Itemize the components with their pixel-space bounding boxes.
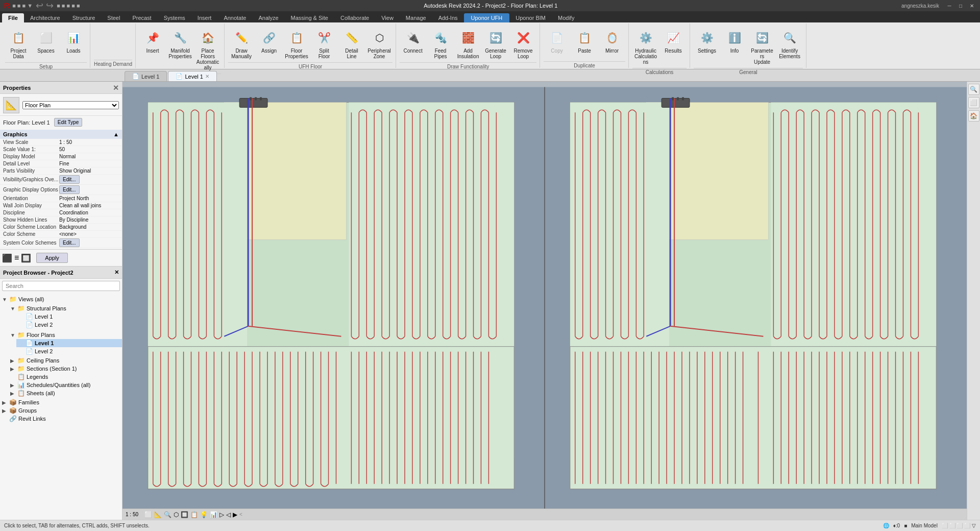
canvas-area[interactable]: 1 : 50 ⬜ 📐 🔍 ⬡ 🔲 📋 💡 📊 ▷ ◁ ▶ < [122,82,967,520]
ribbon-group-duplicate: 📄 Copy 📋 Paste 🪞 Mirror Duplicate [541,23,629,68]
properties-close-btn[interactable]: ✕ [113,84,119,92]
ribbon-tab-file[interactable]: File [2,13,24,22]
ribbon-tab-uponor-bim[interactable]: Uponor BIM [509,13,552,22]
edit-type-button[interactable]: Edit Type [54,118,83,127]
feed-pipes-button[interactable]: 🔩 FeedPipes [427,27,454,61]
minimize-btn[interactable]: ─ [945,2,953,10]
filter-icon[interactable]: ≡ [14,253,19,262]
canvas-tool-3[interactable]: 🔍 [164,511,172,518]
tree-row-groups[interactable]: ▶ 📦 Groups [0,406,122,415]
copy-button[interactable]: 📄 Copy [544,27,570,60]
win-controls: ─ □ ✕ [945,2,976,10]
tree-row-floor-level2[interactable]: 📄 Level 2 [16,347,122,355]
browser-search-input[interactable] [2,281,120,291]
draw-manually-button[interactable]: ✏️ DrawManually [228,27,255,61]
settings-small-icon[interactable]: 🔲 [21,253,31,263]
project-data-button[interactable]: 📋 ProjectData [5,27,32,61]
apply-button[interactable]: Apply [36,253,68,263]
status-icon-1[interactable]: ■ [904,523,907,528]
tree-row-floor-plans[interactable]: ▼ 📁 Floor Plans [8,331,122,339]
ribbon-tab-analyze[interactable]: Analyze [252,13,284,22]
insert-button[interactable]: 📌 Insert [139,27,166,60]
canvas-collapse-btn[interactable]: < [239,512,242,517]
canvas-tool-2[interactable]: 📐 [154,511,162,518]
view-3d-btn[interactable]: 🏠 [968,110,979,122]
generate-loop-button[interactable]: 🔄 GenerateLoop [482,27,509,61]
doc-tab-level1-first[interactable]: 📄 Level 1 [125,71,167,81]
manifold-properties-button[interactable]: 🔧 ManifoldProperties [167,27,193,61]
ribbon-tab-uponor-ufh[interactable]: Uponor UFH [464,13,510,22]
doc-tab-level1-active[interactable]: 📄 Level 1 ✕ [168,71,216,81]
ribbon-tab-precast[interactable]: Precast [126,13,157,22]
ribbon-tab-addins[interactable]: Add-Ins [432,13,464,22]
info-button[interactable]: ℹ️ Info [721,27,748,60]
ribbon-tab-insert[interactable]: Insert [191,13,218,22]
place-floors-automatically-button[interactable]: 🏠 Place FloorsAutomatically [194,27,221,73]
canvas-tool-5[interactable]: 🔲 [181,511,188,518]
ribbon-tab-collaborate[interactable]: Collaborate [334,13,375,22]
tree-row-sections[interactable]: ▶ 📁 Sections (Section 1) [8,365,122,373]
close-btn[interactable]: ✕ [968,2,976,10]
mirror-button[interactable]: 🪞 Mirror [599,27,625,60]
ribbon-tab-structure[interactable]: Structure [66,13,102,22]
tree-row-struct-level2[interactable]: 📄 Level 2 [16,321,122,329]
tree-row-legends[interactable]: 📋 Legends [8,373,122,381]
add-insulation-button[interactable]: 🧱 AddInsulation [455,27,481,61]
doc-tab-close[interactable]: ✕ [205,74,209,79]
ribbon-tab-massing[interactable]: Massing & Site [285,13,334,22]
ribbon-tab-architecture[interactable]: Architecture [24,13,66,22]
canvas-tool-7[interactable]: 💡 [200,511,208,518]
graphics-section-header[interactable]: Graphics ▲ [0,130,122,139]
identify-elements-button[interactable]: 🔍 IdentifyElements [776,27,803,61]
tree-row-structural-plans[interactable]: ▼ 📁 Structural Plans [8,304,122,312]
remove-loop-button[interactable]: ❌ RemoveLoop [510,27,536,61]
tree-row-views[interactable]: ▼ 📁 Views (all) [0,295,122,303]
ribbon-tab-systems[interactable]: Systems [158,13,191,22]
peripheral-zone-button[interactable]: ⬡ PeripheralZone [366,27,393,61]
hydraulic-calculations-button[interactable]: ⚙️ HydraulicCalculations [632,27,659,67]
svg-rect-10 [260,97,262,100]
split-floor-button[interactable]: ✂️ SplitFloor [311,27,337,61]
ribbon-tab-annotate[interactable]: Annotate [217,13,252,22]
canvas-tool-10[interactable]: ◁ [226,511,231,518]
sort-icon[interactable]: ⬛ [2,253,12,263]
view-extent-btn[interactable]: ⬜ [968,97,979,108]
maximize-btn[interactable]: □ [957,2,965,10]
ribbon-tab-steel[interactable]: Steel [101,13,126,22]
tree-row-families[interactable]: ▶ 📦 Families [0,398,122,406]
canvas-tool-1[interactable]: ⬜ [144,511,152,518]
results-button[interactable]: 📈 Results [660,27,687,60]
canvas-tool-6[interactable]: 📋 [190,511,198,518]
loads-button[interactable]: 📊 Loads [60,27,87,60]
canvas-tool-8[interactable]: 📊 [210,511,217,518]
view-zoom-btn[interactable]: 🔍 [968,84,979,95]
ribbon-tab-modify[interactable]: Modify [552,13,580,22]
prop-type-dropdown[interactable]: Floor Plan [22,101,119,109]
assign-button[interactable]: 🔗 Assign [256,27,282,60]
tree-row-floor-level1[interactable]: 📄 Level 1 [16,339,122,347]
floor-properties-button[interactable]: 📋 FloorProperties [283,27,310,61]
ribbon-tab-manage[interactable]: Manage [400,13,432,22]
ribbon-tab-view[interactable]: View [375,13,400,22]
prop-row-color-scheme-loc: Color Scheme Location Background [0,224,122,231]
tree-row-ceiling-plans[interactable]: ▶ 📁 Ceiling Plans [8,356,122,365]
tree-row-struct-level1[interactable]: 📄 Level 1 [16,312,122,321]
browser-header: Project Browser - Project2 ✕ [0,267,122,279]
properties-scroll[interactable]: View Scale 1 : 50 Scale Value 1: 50 Disp… [0,139,122,248]
browser-close-btn[interactable]: ✕ [114,269,119,276]
paste-button[interactable]: 📋 Paste [571,27,598,60]
parameters-update-button[interactable]: 🔄 ParametersUpdate [749,27,775,67]
tree-row-sheets[interactable]: ▶ 📋 Sheets (all) [8,389,122,397]
canvas-tool-4[interactable]: ⬡ [174,511,179,518]
system-color-edit-btn[interactable]: Edit... [59,238,80,247]
settings-button[interactable]: ⚙️ Settings [694,27,720,60]
tree-row-schedules[interactable]: ▶ 📊 Schedules/Quantities (all) [8,381,122,389]
canvas-tool-9[interactable]: ▷ [219,511,224,518]
tree-row-revit-links[interactable]: 🔗 Revit Links [0,415,122,423]
canvas-tool-11[interactable]: ▶ [233,511,237,518]
spaces-button[interactable]: ⬜ Spaces [33,27,59,60]
connect-button[interactable]: 🔌 Connect [400,27,426,60]
graphic-display-edit-btn[interactable]: Edit... [59,185,80,194]
detail-line-button[interactable]: 📏 DetailLine [338,27,365,61]
vis-graphics-edit-btn[interactable]: Edit... [59,175,80,184]
